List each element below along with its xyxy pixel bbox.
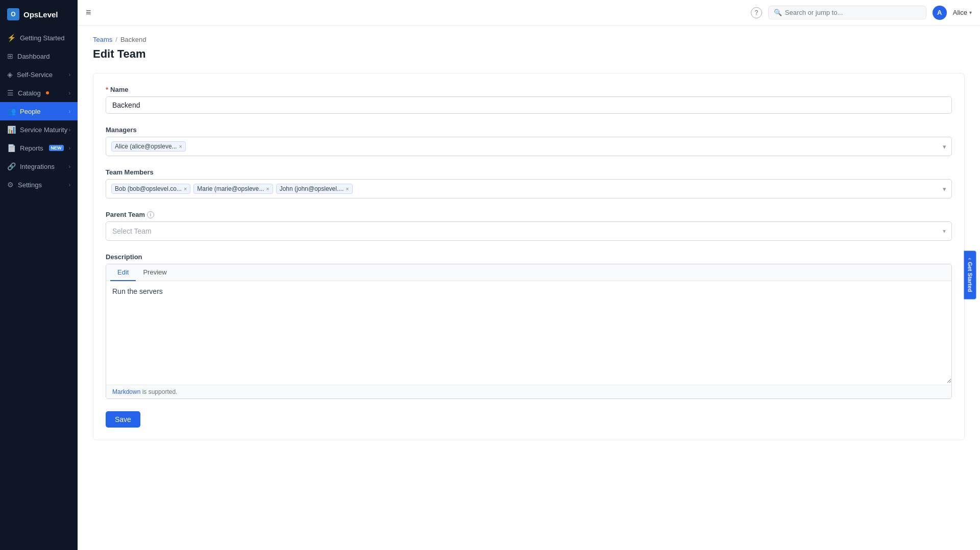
sidebar-item-integrations[interactable]: 🔗 Integrations › bbox=[0, 157, 78, 176]
description-label: Description bbox=[106, 253, 952, 261]
description-textarea[interactable] bbox=[106, 281, 951, 383]
team-members-field-group: Team Members Bob (bob@opslevel.co... × M… bbox=[106, 168, 952, 198]
chevron-right-icon: › bbox=[69, 109, 70, 114]
team-members-dropdown-icon[interactable]: ▾ bbox=[943, 185, 946, 193]
topbar-left: ≡ bbox=[86, 7, 91, 18]
chevron-right-icon: › bbox=[69, 145, 70, 151]
markdown-suffix: is supported. bbox=[140, 388, 177, 395]
main-wrapper: ≡ ? 🔍 A Alice ▾ Teams / Ba bbox=[78, 0, 980, 550]
sidebar-item-reports[interactable]: 📄 Reports NEW › bbox=[0, 139, 78, 157]
parent-team-label: Parent Team i bbox=[106, 211, 952, 218]
save-button[interactable]: Save bbox=[106, 411, 140, 428]
reports-icon: 📄 bbox=[7, 144, 16, 152]
parent-team-select[interactable]: Select Team bbox=[106, 221, 952, 241]
sidebar-item-label: Catalog bbox=[18, 89, 41, 97]
user-menu[interactable]: Alice ▾ bbox=[953, 9, 972, 16]
get-started-tab[interactable]: ‹ Get Started bbox=[964, 251, 976, 299]
remove-marie-button[interactable]: × bbox=[266, 186, 269, 192]
help-button[interactable]: ? bbox=[751, 7, 762, 18]
integrations-icon: 🔗 bbox=[7, 162, 16, 170]
sidebar-item-catalog[interactable]: ☰ Catalog › bbox=[0, 84, 78, 102]
logo-icon: O bbox=[7, 8, 19, 20]
sidebar-item-dashboard[interactable]: ⊞ Dashboard bbox=[0, 47, 78, 65]
search-icon: 🔍 bbox=[774, 9, 782, 16]
info-icon: i bbox=[147, 211, 154, 218]
getting-started-icon: ⚡ bbox=[7, 34, 16, 42]
name-field-group: * Name bbox=[106, 86, 952, 114]
topbar: ≡ ? 🔍 A Alice ▾ bbox=[78, 0, 980, 26]
parent-team-select-wrapper: Select Team ▾ bbox=[106, 221, 952, 241]
remove-bob-button[interactable]: × bbox=[184, 186, 187, 192]
name-input[interactable] bbox=[106, 96, 952, 114]
sidebar-item-settings[interactable]: ⚙ Settings › bbox=[0, 176, 78, 194]
sidebar-item-label: Service Maturity bbox=[20, 126, 67, 134]
sidebar-item-label: People bbox=[20, 108, 40, 115]
settings-icon: ⚙ bbox=[7, 181, 14, 189]
service-maturity-icon: 📊 bbox=[7, 126, 16, 134]
sidebar-item-people[interactable]: 👥 People › bbox=[0, 102, 78, 120]
app-name: OpsLevel bbox=[23, 10, 58, 19]
breadcrumb-separator: / bbox=[115, 36, 117, 43]
page-title: Edit Team bbox=[93, 47, 965, 61]
sidebar-item-label: Reports bbox=[20, 144, 43, 152]
parent-team-field-group: Parent Team i Select Team ▾ bbox=[106, 211, 952, 241]
self-service-icon: ◈ bbox=[7, 70, 13, 79]
sidebar-item-self-service[interactable]: ◈ Self-Service › bbox=[0, 65, 78, 84]
member-tag-marie: Marie (marie@opsleve... × bbox=[193, 184, 273, 194]
chevron-right-icon: › bbox=[69, 182, 70, 188]
dashboard-icon: ⊞ bbox=[7, 52, 13, 60]
managers-field-group: Managers Alice (alice@opsleve... × ▾ bbox=[106, 126, 952, 156]
search-bar[interactable]: 🔍 bbox=[768, 6, 926, 19]
name-label: * Name bbox=[106, 86, 952, 93]
sidebar-item-label: Self-Service bbox=[17, 71, 53, 79]
sidebar-item-getting-started[interactable]: ⚡ Getting Started bbox=[0, 29, 78, 47]
sidebar-item-label: Integrations bbox=[20, 163, 55, 170]
markdown-link[interactable]: Markdown bbox=[112, 388, 140, 395]
catalog-badge-dot bbox=[46, 91, 49, 94]
reports-new-badge: NEW bbox=[49, 145, 64, 151]
managers-input[interactable]: Alice (alice@opsleve... × ▾ bbox=[106, 137, 952, 156]
team-members-label: Team Members bbox=[106, 168, 952, 176]
topbar-right: ? 🔍 A Alice ▾ bbox=[751, 6, 972, 20]
edit-team-form: * Name Managers Alice (alice@opsleve... … bbox=[93, 73, 965, 440]
app-logo[interactable]: O OpsLevel bbox=[0, 0, 78, 29]
get-started-arrow-icon: ‹ bbox=[967, 258, 973, 260]
user-avatar: A bbox=[933, 6, 947, 20]
sidebar-item-label: Dashboard bbox=[17, 53, 50, 60]
chevron-right-icon: › bbox=[69, 90, 70, 96]
tab-preview[interactable]: Preview bbox=[136, 264, 174, 281]
remove-john-button[interactable]: × bbox=[346, 186, 349, 192]
tab-edit[interactable]: Edit bbox=[110, 264, 136, 281]
chevron-right-icon: › bbox=[69, 164, 70, 169]
get-started-label: Get Started bbox=[967, 262, 973, 292]
managers-dropdown-icon[interactable]: ▾ bbox=[943, 143, 946, 151]
content-area: Teams / Backend Edit Team * Name M bbox=[78, 26, 980, 550]
sidebar-nav: ⚡ Getting Started ⊞ Dashboard ◈ Self-Ser… bbox=[0, 29, 78, 194]
editor-tabs: Edit Preview bbox=[106, 264, 951, 281]
catalog-icon: ☰ bbox=[7, 89, 14, 97]
chevron-right-icon: › bbox=[69, 72, 70, 78]
breadcrumb-current: Backend bbox=[120, 36, 146, 43]
remove-alice-button[interactable]: × bbox=[179, 143, 182, 149]
sidebar-item-label: Getting Started bbox=[20, 34, 64, 42]
search-input[interactable] bbox=[785, 9, 921, 16]
manager-tag-alice: Alice (alice@opsleve... × bbox=[111, 141, 186, 152]
content-inner: Teams / Backend Edit Team * Name M bbox=[78, 26, 980, 550]
sidebar-item-label: Settings bbox=[18, 181, 42, 189]
sidebar: O OpsLevel ⚡ Getting Started ⊞ Dashboard… bbox=[0, 0, 78, 550]
description-field-group: Description Edit Preview Markdown is sup… bbox=[106, 253, 952, 399]
people-icon: 👥 bbox=[7, 107, 16, 115]
sidebar-item-service-maturity[interactable]: 📊 Service Maturity › bbox=[0, 120, 78, 139]
question-mark-icon: ? bbox=[754, 9, 758, 16]
required-indicator: * bbox=[106, 86, 108, 93]
chevron-right-icon: › bbox=[69, 127, 70, 133]
team-members-input[interactable]: Bob (bob@opslevel.co... × Marie (marie@o… bbox=[106, 179, 952, 198]
breadcrumb: Teams / Backend bbox=[93, 36, 965, 43]
chevron-down-icon: ▾ bbox=[969, 10, 972, 15]
managers-label: Managers bbox=[106, 126, 952, 134]
description-editor: Edit Preview Markdown is supported. bbox=[106, 264, 952, 399]
breadcrumb-parent-link[interactable]: Teams bbox=[93, 36, 112, 43]
hamburger-menu-icon[interactable]: ≡ bbox=[86, 7, 91, 18]
member-tag-bob: Bob (bob@opslevel.co... × bbox=[111, 184, 190, 194]
editor-footer: Markdown is supported. bbox=[106, 385, 951, 398]
